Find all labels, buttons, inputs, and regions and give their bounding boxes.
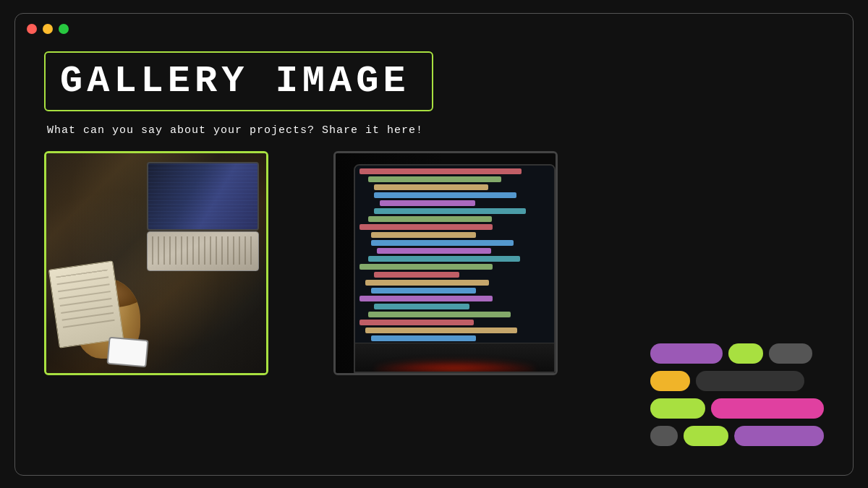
bar-gray-2 bbox=[650, 426, 678, 446]
bars-row-2 bbox=[650, 371, 824, 391]
code-line bbox=[359, 296, 493, 301]
image-1 bbox=[46, 153, 266, 373]
code-line bbox=[359, 264, 493, 270]
title-box: GALLERY IMAGE bbox=[44, 51, 433, 111]
code-line bbox=[371, 240, 514, 246]
close-button[interactable] bbox=[27, 24, 37, 34]
code-line bbox=[380, 200, 475, 206]
titlebar bbox=[15, 14, 853, 44]
image-2 bbox=[336, 153, 556, 373]
subtitle-text: What can you say about your projects? Sh… bbox=[44, 124, 824, 137]
code-line bbox=[368, 176, 501, 182]
bar-green-2 bbox=[650, 398, 705, 419]
maximize-button[interactable] bbox=[59, 24, 69, 34]
bar-purple-1 bbox=[650, 343, 723, 364]
code-line bbox=[359, 168, 522, 174]
code-line bbox=[368, 312, 511, 317]
code-line bbox=[368, 216, 492, 222]
laptop-screen-1 bbox=[147, 162, 259, 231]
code-line bbox=[359, 320, 474, 325]
laptop-keyboard-1 bbox=[147, 231, 259, 271]
notebook bbox=[48, 260, 124, 348]
code-line bbox=[374, 184, 488, 190]
app-window: GALLERY IMAGE What can you say about you… bbox=[14, 13, 854, 476]
code-line bbox=[374, 192, 516, 198]
code-line bbox=[365, 328, 517, 333]
bar-pink-1 bbox=[711, 398, 824, 419]
bar-yellow-1 bbox=[650, 371, 690, 391]
minimize-button[interactable] bbox=[43, 24, 53, 34]
code-line bbox=[374, 272, 459, 278]
code-line bbox=[371, 288, 476, 294]
bar-gray-1 bbox=[769, 343, 812, 364]
code-line bbox=[374, 304, 469, 309]
page-title: GALLERY IMAGE bbox=[60, 60, 410, 103]
image-2-container bbox=[333, 151, 558, 375]
bar-green-1 bbox=[728, 343, 763, 364]
decorative-bars bbox=[650, 343, 824, 446]
code-line bbox=[368, 256, 520, 262]
content-area: GALLERY IMAGE What can you say about you… bbox=[15, 44, 853, 475]
code-line bbox=[377, 248, 491, 254]
code-line bbox=[374, 208, 526, 214]
phone bbox=[106, 336, 148, 367]
code-line bbox=[359, 224, 493, 230]
code-line bbox=[365, 280, 489, 286]
bars-row-4 bbox=[650, 426, 824, 446]
code-screen bbox=[355, 166, 554, 343]
images-row bbox=[44, 151, 824, 375]
bars-row-1 bbox=[650, 343, 824, 364]
image-1-container bbox=[44, 151, 268, 375]
bar-green-3 bbox=[684, 426, 728, 446]
bar-darkgray-1 bbox=[696, 371, 804, 391]
code-line bbox=[371, 232, 476, 238]
code-keyboard bbox=[355, 343, 554, 372]
code-laptop bbox=[354, 164, 556, 373]
bars-row-3 bbox=[650, 398, 824, 419]
bar-purple-2 bbox=[734, 426, 824, 446]
code-line bbox=[371, 335, 476, 341]
